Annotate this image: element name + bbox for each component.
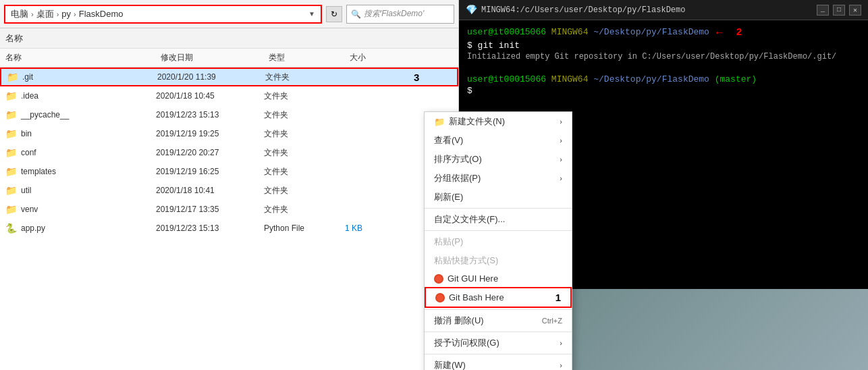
col-header-date[interactable]: 修改日期 (161, 52, 269, 63)
toolbar-label-name[interactable]: 名称 (5, 32, 23, 45)
folder-icon-bin: 📁 (5, 128, 17, 139)
col-header-size[interactable]: 大小 (350, 52, 404, 63)
cm-sep-3 (425, 309, 572, 310)
terminal-line-1: user@it00015066 MINGW64 ~/Desktop/py/Fla… (467, 27, 860, 39)
cm-arrow-group: › (560, 174, 562, 182)
cm-item-customize[interactable]: 自定义文件夹(F)... (425, 210, 572, 229)
cm-item-paste-shortcut[interactable]: 粘贴快捷方式(S) (425, 251, 572, 270)
cm-item-new[interactable]: 新建(W) › (425, 356, 572, 370)
file-row-git[interactable]: 📁 .git 2020/1/20 11:39 文件夹 3 (0, 68, 458, 86)
addr-chevron: ▼ (308, 10, 315, 18)
cm-item-refresh[interactable]: 刷新(E) (425, 188, 572, 207)
file-name-bin: bin (21, 129, 156, 138)
file-type-pycache: 文件夹 (264, 109, 345, 121)
cm-shortcut-undo: Ctrl+Z (542, 317, 562, 325)
terminal-line-4: user@it00015066 MINGW64 ~/Desktop/py/Fla… (467, 74, 860, 84)
terminal-logo-icon: 💎 (466, 4, 477, 16)
file-name-pycache: __pycache__ (21, 110, 156, 120)
cm-arrow-new-folder: › (560, 117, 562, 126)
file-type-venv: 文件夹 (264, 204, 345, 215)
file-row-templates[interactable]: 📁 templates 2019/12/19 16:25 文件夹 (0, 162, 458, 181)
file-row-pycache[interactable]: 📁 __pycache__ 2019/12/23 15:13 文件夹 (0, 105, 458, 124)
file-row-venv[interactable]: 📁 venv 2019/12/17 13:35 文件夹 (0, 200, 458, 219)
cm-label-git-gui: Git GUI Here (447, 273, 498, 284)
arrow-red-1: ← (716, 27, 723, 39)
file-type-templates: 文件夹 (264, 166, 345, 178)
search-text: 搜索'FlaskDemo' (364, 8, 424, 20)
folder-icon-pycache: 📁 (5, 109, 17, 120)
breadcrumb-py: py (61, 9, 71, 19)
py-icon-apppy: 🐍 (5, 223, 17, 234)
terminal-line-2: $ git init (467, 41, 860, 51)
term-host-2: MINGW64 (546, 74, 588, 84)
term-user-2: user@it00015066 (467, 74, 546, 84)
file-row-bin[interactable]: 📁 bin 2019/12/19 19:25 文件夹 (0, 124, 458, 143)
folder-icon-util: 📁 (5, 185, 17, 196)
cm-label-group: 分组依据(P) (434, 172, 481, 184)
cm-item-paste[interactable]: 粘贴(P) (425, 232, 572, 251)
file-name-apppy: app.py (21, 223, 156, 233)
file-type-idea: 文件夹 (264, 90, 345, 102)
file-type-util: 文件夹 (264, 185, 345, 196)
file-date-venv: 2019/12/17 13:35 (156, 205, 264, 214)
file-row-apppy[interactable]: 🐍 app.py 2019/12/23 15:13 Python File 1 … (0, 219, 458, 238)
file-date-templates: 2019/12/19 16:25 (156, 167, 264, 176)
breadcrumb-computer: 电脑 (11, 8, 28, 20)
file-row-conf[interactable]: 📁 conf 2019/12/20 20:27 文件夹 (0, 143, 458, 162)
terminal-close-btn[interactable]: ✕ (849, 5, 861, 16)
terminal-titlebar: 💎 MINGW64:/c/Users/user/Desktop/py/Flask… (459, 0, 868, 20)
file-size-apppy: 1 KB (345, 223, 399, 233)
cm-item-git-gui[interactable]: Git GUI Here (425, 270, 572, 287)
terminal-line-blank (467, 63, 860, 73)
file-row-idea[interactable]: 📁 .idea 2020/1/18 10:45 文件夹 (0, 86, 458, 105)
file-name-idea: .idea (21, 91, 156, 101)
file-row-util[interactable]: 📁 util 2020/1/18 10:41 文件夹 (0, 181, 458, 200)
search-icon: 🔍 (351, 9, 361, 19)
cm-item-git-bash[interactable]: Git Bash Here 1 (425, 287, 572, 308)
column-headers: 名称 修改日期 类型 大小 (0, 49, 458, 68)
cm-item-group[interactable]: 分组依据(P) › (425, 169, 572, 188)
terminal-minimize-btn[interactable]: _ (817, 5, 829, 16)
terminal-maximize-btn[interactable]: □ (833, 5, 845, 16)
file-list: 📁 .git 2020/1/20 11:39 文件夹 3 📁 .idea 202… (0, 68, 458, 370)
file-name-conf: conf (21, 148, 156, 157)
refresh-btn[interactable]: ↻ (326, 6, 342, 22)
git-bash-icon (435, 293, 445, 302)
terminal-line-3: Initialized empty Git repository in C:/U… (467, 52, 860, 61)
label-2: 2 (736, 27, 742, 39)
file-date-git: 2020/1/20 11:39 (157, 72, 265, 82)
folder-new-icon: 📁 (434, 117, 445, 127)
breadcrumb-flask: FlaskDemo (79, 9, 124, 19)
git-gui-icon (434, 274, 443, 284)
search-box[interactable]: 🔍 搜索'FlaskDemo' (346, 5, 454, 24)
sep2: › (57, 10, 59, 18)
file-date-bin: 2019/12/19 19:25 (156, 129, 264, 138)
cm-label-access: 授予访问权限(G) (434, 337, 499, 349)
folder-icon-git: 📁 (7, 72, 18, 82)
breadcrumb-desktop: 桌面 (36, 8, 54, 20)
cm-item-sort[interactable]: 排序方式(O) › (425, 150, 572, 169)
cm-item-view[interactable]: 查看(V) › (425, 131, 572, 150)
toolbar-row: 名称 (0, 28, 458, 49)
col-header-name[interactable]: 名称 (5, 52, 161, 63)
cm-item-undo[interactable]: 撤消 删除(U) Ctrl+Z (425, 311, 572, 330)
file-name-templates: templates (21, 167, 156, 176)
cm-label-git-bash: Git Bash Here (449, 292, 504, 302)
folder-icon-templates: 📁 (5, 166, 17, 177)
cm-item-access[interactable]: 授予访问权限(G) › (425, 334, 572, 352)
file-explorer: 电脑 › 桌面 › py › FlaskDemo ▼ ↻ 🔍 搜索'FlaskD… (0, 0, 459, 370)
col-header-type[interactable]: 类型 (269, 52, 350, 63)
cm-sep-5 (425, 354, 572, 354)
cm-label-new: 新建(W) (434, 359, 466, 370)
address-bar-row: 电脑 › 桌面 › py › FlaskDemo ▼ ↻ 🔍 搜索'FlaskD… (0, 0, 458, 28)
cm-item-new-folder[interactable]: 📁 新建文件夹(N) › (425, 112, 572, 131)
cm-arrow-view: › (560, 136, 562, 144)
term-host-1: MINGW64 (546, 27, 588, 39)
cm-label-paste: 粘贴(P) (434, 236, 463, 248)
sep1: › (31, 10, 34, 18)
folder-icon-venv: 📁 (5, 204, 17, 215)
file-date-idea: 2020/1/18 10:45 (156, 91, 264, 101)
context-menu: 📁 新建文件夹(N) › 查看(V) › 排序方式(O) › 分组依据(P) ›… (424, 111, 572, 370)
address-box[interactable]: 电脑 › 桌面 › py › FlaskDemo ▼ (4, 5, 322, 24)
file-name-util: util (21, 186, 156, 195)
